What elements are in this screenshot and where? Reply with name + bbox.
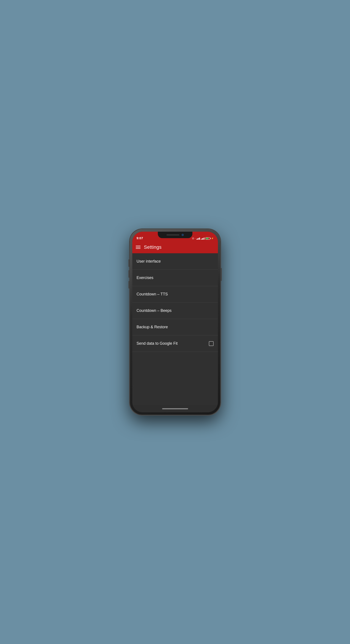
settings-item-countdown-tts-label: Countdown – TTS <box>137 292 168 296</box>
settings-item-user-interface[interactable]: User interface <box>132 253 218 270</box>
settings-item-google-fit[interactable]: Send data to Google Fit <box>132 336 218 352</box>
menu-button[interactable] <box>136 246 140 249</box>
home-indicator <box>132 405 218 412</box>
speaker <box>166 234 180 236</box>
charging-icon: ⚡ <box>211 237 214 240</box>
app-toolbar: Settings <box>132 241 218 253</box>
notch <box>158 232 192 238</box>
settings-item-user-interface-label: User interface <box>137 259 161 264</box>
status-time: 9:07 <box>137 236 143 240</box>
toolbar-title: Settings <box>144 244 162 250</box>
signal-1-icon <box>196 237 200 240</box>
settings-item-exercises[interactable]: Exercises <box>132 270 218 286</box>
whatsapp-icon: ⊙ · <box>192 237 196 240</box>
battery-icon: ⚡ <box>205 237 214 240</box>
front-camera <box>182 234 184 236</box>
signal-2-icon <box>201 237 204 240</box>
phone-screen: 9:07 ⊙ · <box>132 232 218 412</box>
settings-item-countdown-beeps[interactable]: Countdown – Beeps <box>132 302 218 319</box>
settings-item-backup-restore-label: Backup & Restore <box>137 325 168 329</box>
settings-item-exercises-label: Exercises <box>137 276 154 280</box>
home-bar <box>162 408 188 409</box>
settings-list: User interface Exercises Countdown – TTS… <box>132 253 218 352</box>
phone-frame: 9:07 ⊙ · <box>130 229 220 415</box>
battery-body <box>205 237 210 240</box>
settings-item-google-fit-label: Send data to Google Fit <box>137 341 178 346</box>
settings-content: User interface Exercises Countdown – TTS… <box>132 253 218 405</box>
status-icons: ⊙ · ⚡ <box>192 237 214 240</box>
settings-item-countdown-beeps-label: Countdown – Beeps <box>137 308 172 313</box>
settings-item-backup-restore[interactable]: Backup & Restore <box>132 319 218 336</box>
settings-item-countdown-tts[interactable]: Countdown – TTS <box>132 286 218 302</box>
google-fit-checkbox[interactable] <box>209 341 214 346</box>
battery-fill <box>206 238 209 239</box>
